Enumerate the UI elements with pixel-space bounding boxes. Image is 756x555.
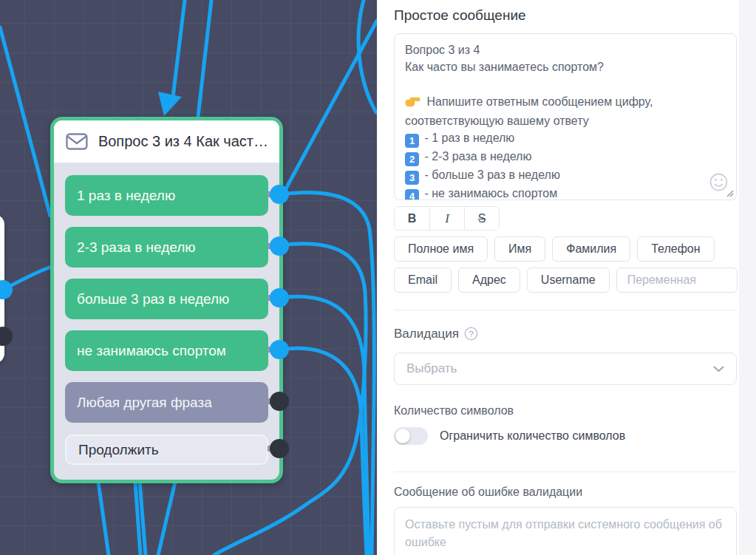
select-placeholder: Выбрать — [406, 361, 713, 376]
message-line: 2 - 2-3 раза в неделю — [405, 148, 706, 166]
connector-dot[interactable] — [270, 288, 289, 307]
envelope-icon — [66, 133, 88, 150]
error-message-label: Сообщение об ошибке валидации — [394, 485, 737, 499]
keycap-digit-icon: 2 — [405, 152, 419, 166]
svg-text:?: ? — [469, 330, 473, 338]
connector-dot[interactable] — [270, 236, 289, 256]
message-text-editor[interactable]: Вопрос 3 из 4Как часто вы занимаетесь сп… — [394, 33, 737, 200]
connector-dot[interactable] — [270, 392, 289, 411]
char-count-label: Количество символов — [394, 404, 737, 418]
variable-button[interactable]: Фамилия — [552, 236, 630, 262]
variable-name-input[interactable] — [616, 268, 738, 293]
message-line: соответствующую вашему ответу — [405, 112, 706, 129]
message-line: Вопрос 3 из 4 — [405, 41, 706, 58]
italic-button[interactable]: I — [429, 207, 464, 230]
message-line: Как часто вы занимаетесь спортом? — [405, 58, 706, 75]
message-line — [405, 76, 706, 93]
variable-buttons-row2: EmailАдресUsername — [394, 268, 737, 293]
char-limit-toggle-label: Ограничить количество символов — [440, 429, 625, 443]
properties-panel: Простое сообщение Вопрос 3 из 4Как часто… — [377, 0, 739, 555]
arrowhead-icon — [158, 92, 182, 116]
toggle-knob — [395, 429, 410, 443]
message-node[interactable]: Вопрос 3 из 4 Как част… 1 раз в неделю2-… — [50, 117, 283, 483]
validation-label: Валидация — [394, 327, 459, 341]
connector-dot[interactable] — [270, 439, 289, 458]
variable-button[interactable]: Полное имя — [394, 236, 488, 262]
variable-buttons-row1: Полное имяИмяФамилияТелефон — [394, 236, 737, 262]
message-node-header[interactable]: Вопрос 3 из 4 Как част… — [54, 120, 279, 163]
chevron-down-icon — [713, 366, 724, 372]
keycap-digit-icon: 1 — [405, 134, 419, 148]
panel-title: Простое сообщение — [394, 7, 737, 24]
flow-canvas[interactable]: Вопрос 3 из 4 Как част… 1 раз в неделю2-… — [0, 0, 377, 555]
divider — [394, 471, 737, 472]
validation-section-label: Валидация ? — [394, 327, 737, 341]
variable-button[interactable]: Телефон — [637, 236, 714, 262]
message-line: Напишите ответным сообщением цифру, — [405, 93, 706, 112]
format-toolbar: B I S — [394, 206, 500, 231]
node-button-answer[interactable]: 2-3 раза в неделю — [65, 227, 268, 268]
panel-gutter — [739, 0, 756, 555]
pointing-hand-icon — [405, 95, 420, 112]
node-body: 1 раз в неделю2-3 раза в неделюбольше 3 … — [54, 163, 279, 483]
message-line: 3 - больше 3 раз в неделю — [405, 166, 706, 185]
keycap-digit-icon: 4 — [405, 189, 419, 200]
variable-button[interactable]: Email — [394, 268, 452, 293]
message-line: 1 - 1 раз в неделю — [405, 129, 706, 148]
char-limit-row: Ограничить количество символов — [394, 427, 737, 445]
connector-dot[interactable] — [270, 185, 289, 204]
bold-button[interactable]: B — [395, 207, 429, 230]
divider — [394, 310, 737, 310]
node-button-fallback[interactable]: Любая другая фраза — [65, 382, 268, 423]
error-message-input[interactable] — [394, 507, 737, 555]
keycap-digit-icon: 3 — [405, 171, 419, 185]
strikethrough-button[interactable]: S — [464, 207, 499, 230]
connector-dot[interactable] — [270, 340, 289, 359]
node-button-answer[interactable]: 1 раз в неделю — [65, 175, 268, 216]
node-title: Вопрос 3 из 4 Как част… — [98, 133, 268, 150]
node-button-continue[interactable]: Продолжить — [65, 435, 268, 465]
resize-grip-icon[interactable] — [726, 189, 735, 198]
variable-button[interactable]: Адрес — [458, 268, 520, 293]
validation-select[interactable]: Выбрать — [394, 353, 737, 385]
node-button-answer[interactable]: больше 3 раз в неделю — [65, 279, 268, 319]
message-line: 4 - не занимаюсь спортом — [405, 185, 706, 200]
variable-button[interactable]: Имя — [494, 236, 545, 262]
char-limit-toggle[interactable] — [394, 427, 428, 445]
node-button-answer[interactable]: не занимаюсь спортом — [65, 330, 268, 371]
help-icon[interactable]: ? — [464, 327, 478, 341]
variable-button[interactable]: Username — [527, 268, 610, 293]
